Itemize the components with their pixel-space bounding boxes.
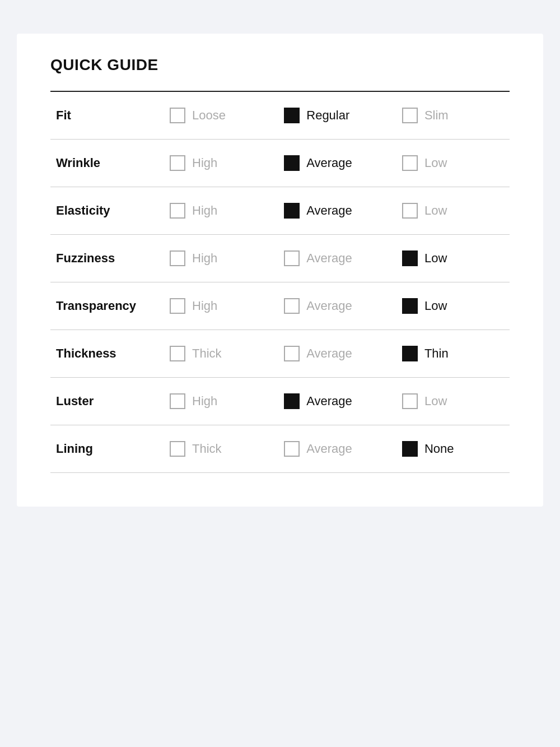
option-label: Low	[424, 299, 447, 313]
option-cell-4-0[interactable]: High	[164, 282, 278, 330]
option-cell-0-1[interactable]: Regular	[278, 92, 396, 140]
option-cell-1-0[interactable]: High	[164, 140, 278, 187]
option-cell-0-2[interactable]: Slim	[396, 92, 510, 140]
checkbox-icon[interactable]	[284, 346, 300, 361]
option-cell-1-2[interactable]: Low	[396, 140, 510, 187]
option-label: Average	[306, 346, 352, 361]
option-cell-6-1[interactable]: Average	[278, 378, 396, 425]
checkbox-icon[interactable]	[402, 108, 418, 123]
option-cell-3-0[interactable]: High	[164, 235, 278, 282]
option-cell-0-0[interactable]: Loose	[164, 92, 278, 140]
table-row: TransparencyHighAverageLow	[50, 282, 510, 330]
checkbox-icon[interactable]	[402, 298, 418, 314]
checkbox-icon[interactable]	[170, 203, 185, 219]
option-cell-5-2[interactable]: Thin	[396, 330, 510, 378]
guide-table: FitLooseRegularSlimWrinkleHighAverageLow…	[50, 92, 510, 473]
option-cell-3-1[interactable]: Average	[278, 235, 396, 282]
table-row: ThicknessThickAverageThin	[50, 330, 510, 378]
checkbox-icon[interactable]	[402, 155, 418, 171]
option-wrapper: Low	[402, 298, 504, 314]
table-row: WrinkleHighAverageLow	[50, 140, 510, 187]
option-wrapper: Average	[284, 298, 391, 314]
option-wrapper: High	[170, 393, 273, 409]
option-label: Thin	[424, 346, 449, 361]
checkbox-icon[interactable]	[284, 393, 300, 409]
option-wrapper: High	[170, 250, 273, 266]
option-label: Average	[306, 203, 352, 218]
option-label: Average	[306, 299, 352, 313]
option-wrapper: Low	[402, 203, 504, 219]
table-row: FuzzinessHighAverageLow	[50, 235, 510, 282]
option-label: Average	[306, 251, 352, 266]
table-row: LusterHighAverageLow	[50, 378, 510, 425]
checkbox-icon[interactable]	[284, 298, 300, 314]
option-label: Low	[424, 394, 447, 409]
table-row: LiningThickAverageNone	[50, 425, 510, 473]
option-wrapper: Regular	[284, 108, 391, 123]
checkbox-icon[interactable]	[170, 441, 185, 457]
row-label: Lining	[50, 425, 164, 473]
option-cell-2-1[interactable]: Average	[278, 187, 396, 235]
option-label: Thick	[192, 442, 222, 456]
row-label: Transparency	[50, 282, 164, 330]
checkbox-icon[interactable]	[170, 108, 185, 123]
option-wrapper: Thick	[170, 441, 273, 457]
option-cell-7-1[interactable]: Average	[278, 425, 396, 473]
option-cell-3-2[interactable]: Low	[396, 235, 510, 282]
checkbox-icon[interactable]	[284, 441, 300, 457]
checkbox-icon[interactable]	[284, 108, 300, 123]
checkbox-icon[interactable]	[284, 250, 300, 266]
row-label: Luster	[50, 378, 164, 425]
option-label: Slim	[424, 108, 449, 123]
option-wrapper: Thin	[402, 346, 504, 361]
option-wrapper: None	[402, 441, 504, 457]
option-label: Low	[424, 156, 447, 170]
option-cell-4-1[interactable]: Average	[278, 282, 396, 330]
option-wrapper: Low	[402, 393, 504, 409]
checkbox-icon[interactable]	[284, 155, 300, 171]
option-label: Loose	[192, 108, 226, 123]
option-wrapper: High	[170, 203, 273, 219]
option-wrapper: High	[170, 298, 273, 314]
checkbox-icon[interactable]	[170, 393, 185, 409]
option-cell-6-2[interactable]: Low	[396, 378, 510, 425]
option-wrapper: Average	[284, 250, 391, 266]
checkbox-icon[interactable]	[170, 346, 185, 361]
option-label: High	[192, 203, 217, 218]
option-cell-7-0[interactable]: Thick	[164, 425, 278, 473]
row-label: Elasticity	[50, 187, 164, 235]
option-wrapper: Average	[284, 393, 391, 409]
option-wrapper: Thick	[170, 346, 273, 361]
option-label: Average	[306, 156, 352, 170]
option-wrapper: Average	[284, 203, 391, 219]
table-row: FitLooseRegularSlim	[50, 92, 510, 140]
option-cell-6-0[interactable]: High	[164, 378, 278, 425]
checkbox-icon[interactable]	[402, 346, 418, 361]
checkbox-icon[interactable]	[170, 298, 185, 314]
option-cell-4-2[interactable]: Low	[396, 282, 510, 330]
checkbox-icon[interactable]	[284, 203, 300, 219]
option-label: High	[192, 156, 217, 170]
option-label: None	[424, 442, 454, 456]
checkbox-icon[interactable]	[402, 203, 418, 219]
row-label: Fit	[50, 92, 164, 140]
option-cell-2-0[interactable]: High	[164, 187, 278, 235]
checkbox-icon[interactable]	[402, 250, 418, 266]
option-wrapper: Slim	[402, 108, 504, 123]
checkbox-icon[interactable]	[170, 155, 185, 171]
row-label: Fuzziness	[50, 235, 164, 282]
option-wrapper: High	[170, 155, 273, 171]
checkbox-icon[interactable]	[402, 441, 418, 457]
option-cell-5-0[interactable]: Thick	[164, 330, 278, 378]
option-label: High	[192, 394, 217, 409]
option-cell-7-2[interactable]: None	[396, 425, 510, 473]
checkbox-icon[interactable]	[170, 250, 185, 266]
option-wrapper: Low	[402, 250, 504, 266]
checkbox-icon[interactable]	[402, 393, 418, 409]
option-cell-2-2[interactable]: Low	[396, 187, 510, 235]
option-wrapper: Loose	[170, 108, 273, 123]
option-label: High	[192, 251, 217, 266]
option-cell-5-1[interactable]: Average	[278, 330, 396, 378]
page-title: QUICK GUIDE	[50, 56, 510, 74]
option-cell-1-1[interactable]: Average	[278, 140, 396, 187]
